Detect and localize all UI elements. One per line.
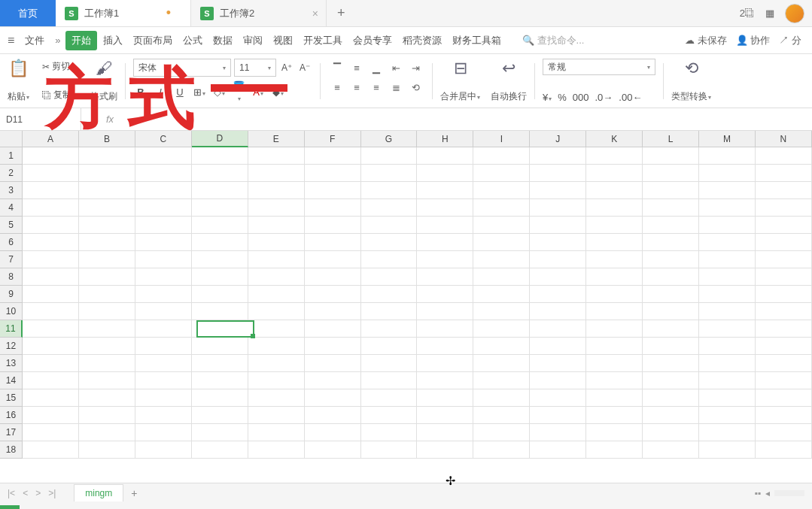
tab-pagelayout[interactable]: 页面布局 <box>129 31 177 50</box>
cell[interactable] <box>192 424 248 441</box>
row-header[interactable]: 17 <box>0 424 23 441</box>
tab-formula[interactable]: 公式 <box>178 31 207 50</box>
cell[interactable] <box>192 338 248 355</box>
cell[interactable] <box>192 251 248 268</box>
cell[interactable] <box>699 251 756 268</box>
cell[interactable] <box>192 268 248 286</box>
overflow-icon[interactable]: » <box>52 35 63 46</box>
font-select[interactable]: 宋体▾ <box>133 59 231 77</box>
row-header[interactable]: 7 <box>0 251 23 268</box>
cell[interactable] <box>305 441 361 459</box>
cell[interactable] <box>305 372 361 389</box>
cell[interactable] <box>79 268 135 286</box>
col-header[interactable]: M <box>699 131 756 147</box>
cell[interactable] <box>79 199 135 217</box>
cell[interactable] <box>699 407 756 424</box>
cell[interactable] <box>699 338 756 355</box>
cell[interactable] <box>417 199 473 217</box>
cell[interactable] <box>417 303 473 320</box>
cell[interactable] <box>192 217 248 234</box>
cells-area[interactable] <box>23 147 812 469</box>
col-header[interactable]: E <box>248 131 305 147</box>
cell[interactable] <box>643 286 699 303</box>
cell[interactable] <box>530 251 586 268</box>
cell[interactable] <box>135 389 192 407</box>
cell[interactable] <box>305 424 361 441</box>
cell[interactable] <box>530 182 586 199</box>
align-center-icon[interactable]: ≡ <box>348 78 366 96</box>
sheet-tab-active[interactable]: mingm <box>74 484 123 501</box>
cell[interactable] <box>248 320 305 338</box>
cell[interactable] <box>248 217 305 234</box>
cell[interactable] <box>248 199 305 217</box>
align-left-icon[interactable]: ≡ <box>328 78 346 96</box>
fill-shape-button[interactable]: ◇▾ <box>211 86 227 98</box>
cell[interactable] <box>756 441 812 459</box>
cell[interactable] <box>135 217 192 234</box>
cell[interactable] <box>79 165 135 182</box>
cell[interactable] <box>361 147 418 165</box>
cell[interactable] <box>699 147 756 165</box>
cell[interactable] <box>305 268 361 286</box>
col-header[interactable]: G <box>361 131 418 147</box>
col-header[interactable]: F <box>305 131 361 147</box>
cell[interactable] <box>192 182 248 199</box>
cell[interactable] <box>417 286 473 303</box>
align-right-icon[interactable]: ≡ <box>367 78 385 96</box>
cell[interactable] <box>79 147 135 165</box>
decrease-decimal-button[interactable]: .00← <box>619 92 642 103</box>
cell[interactable] <box>756 182 812 199</box>
cell[interactable] <box>305 286 361 303</box>
cell[interactable] <box>699 303 756 320</box>
cell[interactable] <box>135 338 192 355</box>
cell[interactable] <box>192 407 248 424</box>
cell[interactable] <box>643 320 699 338</box>
cell[interactable] <box>135 182 192 199</box>
cell[interactable] <box>361 268 418 286</box>
cell[interactable] <box>473 268 530 286</box>
cell[interactable] <box>305 234 361 251</box>
col-header[interactable]: J <box>530 131 586 147</box>
font-size-select[interactable]: 11▾ <box>234 59 276 77</box>
tab-resources[interactable]: 稻壳资源 <box>398 31 446 50</box>
cell[interactable] <box>699 389 756 407</box>
cell[interactable] <box>305 355 361 372</box>
cell[interactable] <box>586 147 643 165</box>
cell[interactable] <box>23 320 79 338</box>
cell[interactable] <box>417 234 473 251</box>
cell[interactable] <box>699 355 756 372</box>
cell[interactable] <box>473 286 530 303</box>
cell[interactable] <box>417 182 473 199</box>
cell[interactable] <box>699 199 756 217</box>
row-header[interactable]: 13 <box>0 355 23 372</box>
type-convert-button[interactable]: 类型转换▾ <box>671 90 711 103</box>
cell[interactable] <box>530 424 586 441</box>
number-format-select[interactable]: 常规▾ <box>543 59 655 75</box>
cell[interactable] <box>473 165 530 182</box>
cell[interactable] <box>417 355 473 372</box>
cell[interactable] <box>417 217 473 234</box>
cell[interactable] <box>305 217 361 234</box>
cell[interactable] <box>417 165 473 182</box>
row-header[interactable]: 8 <box>0 268 23 286</box>
cell[interactable] <box>361 424 418 441</box>
cell[interactable] <box>699 286 756 303</box>
cell[interactable] <box>79 320 135 338</box>
active-cell[interactable] <box>196 320 254 338</box>
col-header[interactable]: A <box>23 131 79 147</box>
cell[interactable] <box>361 303 418 320</box>
cell[interactable] <box>361 217 418 234</box>
cell[interactable] <box>361 199 418 217</box>
cell[interactable] <box>473 303 530 320</box>
cell[interactable] <box>23 441 79 459</box>
cell[interactable] <box>361 165 418 182</box>
cell[interactable] <box>305 251 361 268</box>
cell[interactable] <box>530 320 586 338</box>
cell[interactable] <box>530 268 586 286</box>
cell[interactable] <box>756 407 812 424</box>
cell[interactable] <box>473 424 530 441</box>
cell[interactable] <box>473 251 530 268</box>
format-painter-button[interactable]: 格式刷 <box>90 90 117 103</box>
thousands-button[interactable]: 000 <box>573 92 589 103</box>
cell[interactable] <box>361 251 418 268</box>
